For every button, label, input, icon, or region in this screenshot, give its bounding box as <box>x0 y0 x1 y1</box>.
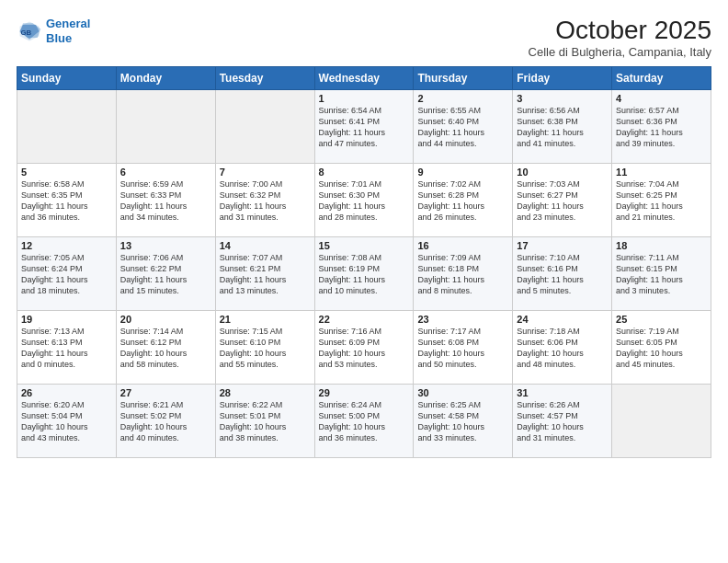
day-number: 7 <box>220 167 311 178</box>
day-number: 13 <box>120 240 211 251</box>
day-info: Sunrise: 7:17 AM Sunset: 6:08 PM Dayligh… <box>417 326 508 371</box>
calendar-day: 26Sunrise: 6:20 AM Sunset: 5:04 PM Dayli… <box>17 384 117 457</box>
day-info: Sunrise: 6:59 AM Sunset: 6:33 PM Dayligh… <box>120 178 211 224</box>
calendar-week-2: 5Sunrise: 6:58 AM Sunset: 6:35 PM Daylig… <box>17 163 711 236</box>
calendar-day: 15Sunrise: 7:08 AM Sunset: 6:19 PM Dayli… <box>314 236 414 310</box>
day-number: 22 <box>319 314 410 325</box>
day-info: Sunrise: 7:03 AM Sunset: 6:27 PM Dayligh… <box>517 178 608 224</box>
day-info: Sunrise: 7:19 AM Sunset: 6:05 PM Dayligh… <box>616 326 707 371</box>
calendar-day: 13Sunrise: 7:06 AM Sunset: 6:22 PM Dayli… <box>116 236 215 310</box>
calendar-day: 25Sunrise: 7:19 AM Sunset: 6:05 PM Dayli… <box>612 310 711 384</box>
day-info: Sunrise: 6:21 AM Sunset: 5:02 PM Dayligh… <box>120 399 211 444</box>
calendar-day: 30Sunrise: 6:25 AM Sunset: 4:58 PM Dayli… <box>414 384 513 457</box>
weekday-header-sunday: Sunday <box>17 66 117 89</box>
day-number: 20 <box>120 314 211 325</box>
day-number: 24 <box>517 314 608 325</box>
calendar-day: 10Sunrise: 7:03 AM Sunset: 6:27 PM Dayli… <box>513 163 612 236</box>
weekday-header-thursday: Thursday <box>414 66 513 89</box>
day-info: Sunrise: 6:25 AM Sunset: 4:58 PM Dayligh… <box>417 399 508 444</box>
day-info: Sunrise: 6:58 AM Sunset: 6:35 PM Dayligh… <box>21 178 112 224</box>
day-number: 18 <box>616 240 707 251</box>
calendar-day: 24Sunrise: 7:18 AM Sunset: 6:06 PM Dayli… <box>513 310 612 384</box>
day-info: Sunrise: 7:04 AM Sunset: 6:25 PM Dayligh… <box>616 178 707 224</box>
day-number: 19 <box>21 314 112 325</box>
calendar-day: 9Sunrise: 7:02 AM Sunset: 6:28 PM Daylig… <box>414 163 513 236</box>
weekday-header-tuesday: Tuesday <box>215 66 314 89</box>
calendar-day: 2Sunrise: 6:55 AM Sunset: 6:40 PM Daylig… <box>414 89 513 163</box>
calendar-day: 29Sunrise: 6:24 AM Sunset: 5:00 PM Dayli… <box>314 384 414 457</box>
day-number: 8 <box>319 167 410 178</box>
day-info: Sunrise: 7:18 AM Sunset: 6:06 PM Dayligh… <box>517 326 608 371</box>
day-info: Sunrise: 7:02 AM Sunset: 6:28 PM Dayligh… <box>417 178 508 224</box>
calendar-day: 5Sunrise: 6:58 AM Sunset: 6:35 PM Daylig… <box>17 163 117 236</box>
calendar-day: 28Sunrise: 6:22 AM Sunset: 5:01 PM Dayli… <box>215 384 314 457</box>
day-info: Sunrise: 7:15 AM Sunset: 6:10 PM Dayligh… <box>220 326 311 371</box>
day-info: Sunrise: 6:22 AM Sunset: 5:01 PM Dayligh… <box>220 399 311 444</box>
calendar-day: 16Sunrise: 7:09 AM Sunset: 6:18 PM Dayli… <box>414 236 513 310</box>
day-number: 12 <box>21 240 112 251</box>
day-info: Sunrise: 7:01 AM Sunset: 6:30 PM Dayligh… <box>319 178 410 224</box>
day-number: 16 <box>417 240 508 251</box>
day-info: Sunrise: 7:00 AM Sunset: 6:32 PM Dayligh… <box>220 178 311 224</box>
day-info: Sunrise: 6:54 AM Sunset: 6:41 PM Dayligh… <box>319 105 410 150</box>
calendar-week-4: 19Sunrise: 7:13 AM Sunset: 6:13 PM Dayli… <box>17 310 711 384</box>
day-number: 11 <box>616 167 707 178</box>
day-number: 21 <box>220 314 311 325</box>
calendar-day: 19Sunrise: 7:13 AM Sunset: 6:13 PM Dayli… <box>17 310 117 384</box>
day-number: 2 <box>417 93 508 104</box>
day-number: 1 <box>319 93 410 104</box>
day-number: 23 <box>417 314 508 325</box>
day-number: 25 <box>616 314 707 325</box>
day-number: 28 <box>220 387 311 398</box>
page: GB General Blue October 2025 Celle di Bu… <box>0 0 728 563</box>
day-number: 6 <box>120 167 211 178</box>
day-info: Sunrise: 7:16 AM Sunset: 6:09 PM Dayligh… <box>319 326 410 371</box>
calendar-day: 6Sunrise: 6:59 AM Sunset: 6:33 PM Daylig… <box>116 163 215 236</box>
calendar-day: 21Sunrise: 7:15 AM Sunset: 6:10 PM Dayli… <box>215 310 314 384</box>
location-subtitle: Celle di Bulgheria, Campania, Italy <box>529 45 711 59</box>
day-number: 5 <box>21 167 112 178</box>
day-number: 15 <box>319 240 410 251</box>
calendar-week-1: 1Sunrise: 6:54 AM Sunset: 6:41 PM Daylig… <box>17 89 711 163</box>
svg-text:GB: GB <box>20 28 31 36</box>
day-info: Sunrise: 7:13 AM Sunset: 6:13 PM Dayligh… <box>21 326 112 371</box>
day-info: Sunrise: 6:20 AM Sunset: 5:04 PM Dayligh… <box>21 399 112 444</box>
day-info: Sunrise: 6:55 AM Sunset: 6:40 PM Dayligh… <box>417 105 508 150</box>
weekday-header-wednesday: Wednesday <box>314 66 414 89</box>
calendar-day: 4Sunrise: 6:57 AM Sunset: 6:36 PM Daylig… <box>612 89 711 163</box>
calendar-day <box>215 89 314 163</box>
calendar-day: 11Sunrise: 7:04 AM Sunset: 6:25 PM Dayli… <box>612 163 711 236</box>
logo-icon: GB <box>17 18 42 44</box>
day-info: Sunrise: 7:09 AM Sunset: 6:18 PM Dayligh… <box>417 252 508 297</box>
calendar-day: 12Sunrise: 7:05 AM Sunset: 6:24 PM Dayli… <box>17 236 117 310</box>
day-info: Sunrise: 6:56 AM Sunset: 6:38 PM Dayligh… <box>517 105 608 150</box>
day-info: Sunrise: 7:07 AM Sunset: 6:21 PM Dayligh… <box>220 252 311 297</box>
calendar-day: 1Sunrise: 6:54 AM Sunset: 6:41 PM Daylig… <box>314 89 414 163</box>
day-info: Sunrise: 7:14 AM Sunset: 6:12 PM Dayligh… <box>120 326 211 371</box>
calendar-day: 7Sunrise: 7:00 AM Sunset: 6:32 PM Daylig… <box>215 163 314 236</box>
day-number: 4 <box>616 93 707 104</box>
day-number: 26 <box>21 387 112 398</box>
day-info: Sunrise: 7:05 AM Sunset: 6:24 PM Dayligh… <box>21 252 112 297</box>
calendar-day: 27Sunrise: 6:21 AM Sunset: 5:02 PM Dayli… <box>116 384 215 457</box>
title-area: October 2025 Celle di Bulgheria, Campani… <box>529 17 711 59</box>
calendar-day: 18Sunrise: 7:11 AM Sunset: 6:15 PM Dayli… <box>612 236 711 310</box>
day-info: Sunrise: 7:06 AM Sunset: 6:22 PM Dayligh… <box>120 252 211 297</box>
calendar-week-3: 12Sunrise: 7:05 AM Sunset: 6:24 PM Dayli… <box>17 236 711 310</box>
calendar-day: 17Sunrise: 7:10 AM Sunset: 6:16 PM Dayli… <box>513 236 612 310</box>
calendar-day <box>612 384 711 457</box>
day-info: Sunrise: 6:26 AM Sunset: 4:57 PM Dayligh… <box>517 399 608 444</box>
calendar-week-5: 26Sunrise: 6:20 AM Sunset: 5:04 PM Dayli… <box>17 384 711 457</box>
calendar-day: 14Sunrise: 7:07 AM Sunset: 6:21 PM Dayli… <box>215 236 314 310</box>
calendar-day <box>17 89 117 163</box>
day-number: 29 <box>319 387 410 398</box>
calendar-table: SundayMondayTuesdayWednesdayThursdayFrid… <box>17 66 711 458</box>
header: GB General Blue October 2025 Celle di Bu… <box>17 17 711 59</box>
weekday-header-monday: Monday <box>116 66 215 89</box>
calendar-day: 31Sunrise: 6:26 AM Sunset: 4:57 PM Dayli… <box>513 384 612 457</box>
calendar-day: 23Sunrise: 7:17 AM Sunset: 6:08 PM Dayli… <box>414 310 513 384</box>
day-number: 10 <box>517 167 608 178</box>
weekday-header-friday: Friday <box>513 66 612 89</box>
day-number: 30 <box>417 387 508 398</box>
day-info: Sunrise: 7:10 AM Sunset: 6:16 PM Dayligh… <box>517 252 608 297</box>
